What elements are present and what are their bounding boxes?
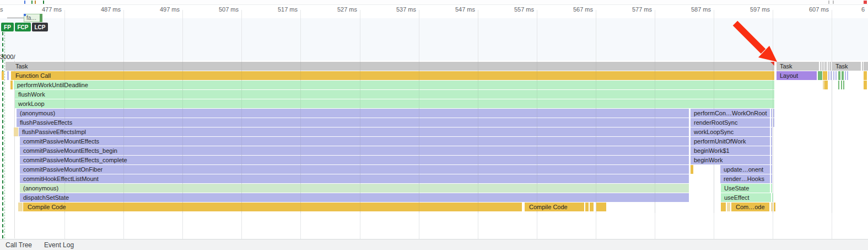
flame-bar-task[interactable]: Task	[777, 62, 819, 71]
flame-bar-beginwork-1[interactable]: beginWork$1	[691, 146, 770, 155]
task-row-segment[interactable]	[828, 62, 829, 71]
flushPassiveEffects-row-segment[interactable]	[771, 118, 772, 127]
flame-bar-flushpassiveeffects[interactable]: flushPassiveEffects	[17, 118, 689, 127]
compile-code-row-segment[interactable]	[596, 203, 606, 211]
task-row-segment[interactable]	[864, 62, 868, 71]
flame-bar-function-call[interactable]: Function Call	[11, 71, 774, 80]
function-call-row-segment[interactable]	[833, 71, 834, 80]
flame-bar-renderrootsync[interactable]: renderRootSync	[691, 118, 770, 127]
performWorkUntilDeadline-row-segment[interactable]	[824, 81, 828, 89]
flame-bar-commitpassivemountonfiber[interactable]: commitPassiveMountOnFiber	[20, 165, 689, 174]
time-tick-label: 537 ms	[396, 6, 416, 13]
anonymous-row-segment[interactable]	[773, 109, 774, 118]
task-row-segment[interactable]	[822, 62, 823, 71]
commitPassiveMountOnFiber-row-segment[interactable]	[691, 165, 693, 174]
performWorkUntilDeadline-row-segment[interactable]	[10, 81, 13, 89]
flame-bar-usestate[interactable]: UseState	[721, 184, 770, 193]
time-tick-label: 497 ms	[160, 6, 180, 13]
compile-code-row-segment[interactable]	[18, 203, 23, 211]
anonymous-row-segment[interactable]	[771, 109, 772, 118]
tab-call-tree[interactable]: Call Tree	[6, 241, 39, 249]
flame-bar-compile-code[interactable]: Compile Code	[525, 203, 584, 211]
flame-bar-label: Task	[6, 63, 28, 70]
flame-bar-commithookeffectlistmount[interactable]: commitHookEffectListMount	[20, 174, 689, 183]
function-call-row-segment[interactable]	[838, 71, 840, 80]
task-row-segment[interactable]	[820, 62, 821, 71]
function-call-row-segment[interactable]	[845, 71, 846, 80]
flushPassiveEffectsImpl-row-segment[interactable]	[14, 127, 18, 136]
fcp-marker-badge[interactable]: FCP	[15, 23, 31, 31]
commitPassiveMountEffects-begin-row-segment[interactable]	[771, 146, 772, 155]
flame-bar-commitpassivemounteffects-begin[interactable]: commitPassiveMountEffects_begin	[20, 146, 689, 155]
commitPassiveMountEffects-complete-row-segment[interactable]	[771, 156, 772, 164]
task-row-segment[interactable]	[823, 62, 824, 71]
commitPassiveMountOnFiber-row-segment[interactable]	[771, 165, 772, 174]
minimap-activity-tick	[35, 1, 36, 4]
flame-bar--anonymous-[interactable]: (anonymous)	[20, 184, 689, 193]
function-call-row-segment[interactable]	[823, 71, 827, 80]
flame-bar-label: Compile Code	[23, 204, 66, 210]
flame-bar-com-ode[interactable]: Com…ode	[731, 203, 769, 211]
anonymous-green-row-segment[interactable]	[771, 184, 772, 193]
flame-bar-label: commitPassiveMountEffects	[20, 138, 99, 145]
performWorkUntilDeadline-row-segment[interactable]	[864, 81, 867, 89]
flushPassiveEffects-row-segment[interactable]	[773, 118, 774, 127]
flame-bar-performcon-workonroot[interactable]: performCon…WorkOnRoot	[691, 109, 770, 118]
flame-bar-layout[interactable]: Layout	[777, 71, 817, 80]
function-call-row-segment[interactable]	[2, 71, 4, 80]
timeline-overview-strip[interactable]	[0, 0, 868, 5]
flame-bar-label: performWorkUntilDeadline	[14, 82, 88, 88]
compile-code-row-segment[interactable]	[727, 203, 730, 211]
compile-code-row-segment[interactable]	[585, 203, 589, 211]
flame-bar-commitpassivemounteffects[interactable]: commitPassiveMountEffects	[20, 137, 689, 146]
performWorkUntilDeadline-row-segment[interactable]	[841, 81, 842, 89]
flame-bar-label: Com…ode	[731, 204, 765, 210]
commitHookEffectListMount-row-segment[interactable]	[771, 174, 772, 183]
time-tick-label: 577 ms	[632, 6, 652, 13]
performWorkUntilDeadline-row-segment[interactable]	[843, 81, 844, 89]
network-request-whisker	[7, 18, 24, 18]
time-gridline-overlay	[300, 62, 301, 213]
lcp-marker-badge[interactable]: LCP	[32, 23, 48, 31]
function-call-row-segment[interactable]	[864, 71, 867, 80]
task-row-segment[interactable]	[862, 62, 863, 71]
flame-bar-flushpassiveeffectsimpl[interactable]: flushPassiveEffectsImpl	[19, 127, 689, 136]
commitPassiveMountEffects-row-segment[interactable]	[771, 137, 772, 146]
function-call-row-segment[interactable]	[847, 71, 848, 80]
task-row-segment[interactable]	[308, 62, 774, 71]
flame-bar-task[interactable]: Task	[832, 62, 861, 71]
function-call-row-segment[interactable]	[835, 71, 837, 80]
flushPassiveEffectsImpl-row-segment[interactable]	[771, 127, 772, 136]
function-call-row-segment[interactable]	[842, 71, 844, 80]
flame-bar-task[interactable]: Task	[6, 62, 308, 71]
flame-bar-workloop[interactable]: workLoop	[15, 99, 774, 108]
compile-code-row-segment[interactable]	[590, 203, 594, 211]
compile-code-row-segment[interactable]	[774, 203, 775, 211]
performWorkUntilDeadline-row-segment[interactable]	[838, 81, 839, 89]
fp-marker-badge[interactable]: FP	[1, 23, 14, 31]
compile-code-row-segment[interactable]	[721, 203, 726, 211]
flame-bar-label: dispatchSetState	[20, 194, 69, 201]
flame-bar-update-onent[interactable]: update…onent	[720, 165, 770, 174]
flame-bar-dispatchsetstate[interactable]: dispatchSetState	[20, 193, 689, 202]
flame-bar-flushwork[interactable]: flushWork	[15, 90, 774, 99]
flame-bar-useeffect[interactable]: useEffect	[721, 193, 771, 202]
task-row-segment[interactable]	[825, 62, 827, 71]
flame-bar-performworkuntildeadline[interactable]: performWorkUntilDeadline	[14, 81, 774, 89]
function-call-row-segment[interactable]	[818, 71, 822, 80]
flame-bar--anonymous-[interactable]: (anonymous)	[17, 109, 689, 118]
flame-bar-beginwork[interactable]: beginWork	[691, 156, 770, 164]
function-call-row-segment[interactable]	[7, 71, 9, 80]
flame-bar-render-hooks[interactable]: render…Hooks	[720, 174, 770, 183]
flame-bar-performunitofwork[interactable]: performUnitOfWork	[691, 137, 770, 146]
flame-bar-commitpassivemounteffects-complete[interactable]: commitPassiveMountEffects_complete	[20, 156, 689, 164]
time-ruler[interactable]: 477 ms487 ms497 ms507 ms517 ms527 ms537 …	[0, 5, 868, 14]
flame-bar-workloopsync[interactable]: workLoopSync	[691, 127, 770, 136]
flame-bar-label: (anonymous)	[17, 110, 55, 116]
time-gridline-overlay	[773, 62, 773, 213]
function-call-row-segment[interactable]	[828, 71, 829, 80]
tab-event-log[interactable]: Event Log	[44, 241, 80, 249]
flame-bar-label: commitPassiveMountEffects_begin	[20, 147, 117, 154]
task-row-segment[interactable]	[829, 62, 831, 71]
flame-bar-compile-code[interactable]: Compile Code	[23, 203, 522, 211]
